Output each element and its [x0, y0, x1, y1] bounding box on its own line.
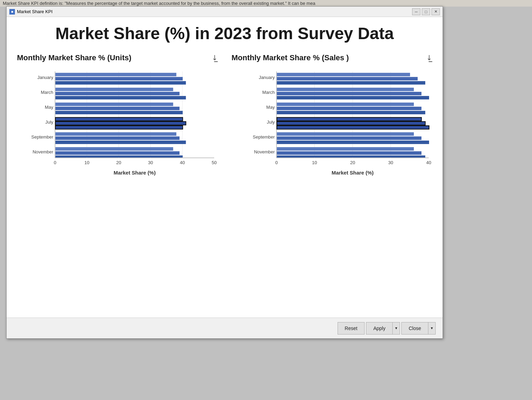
- bar: [55, 73, 176, 76]
- close-button[interactable]: Close: [401, 322, 428, 335]
- bar: [55, 151, 180, 155]
- bar-july: [277, 122, 425, 125]
- window-icon: ■: [9, 9, 15, 15]
- sales-chart-svg: 0 10 20 30 40 Market Share (%) January M…: [232, 68, 432, 179]
- bar: [55, 88, 173, 91]
- bar: [277, 155, 425, 158]
- page-title: Market Share (%) in 2023 from Survey Dat…: [17, 24, 432, 43]
- bar: [277, 111, 425, 114]
- apply-button-group: Apply ▼: [366, 322, 400, 335]
- svg-text:10: 10: [84, 160, 89, 165]
- apply-button[interactable]: Apply: [366, 322, 392, 335]
- charts-row: Monthly Market Share % (Units) ↓̲: [17, 53, 432, 314]
- svg-text:May: May: [45, 105, 53, 110]
- units-chart-container: Monthly Market Share % (Units) ↓̲: [17, 53, 218, 314]
- bar: [55, 81, 186, 85]
- svg-text:0: 0: [54, 160, 56, 165]
- units-bar-chart: 0 10 20 30 40 50 Market Share (%) Januar…: [17, 68, 218, 314]
- window-title: Market Share KPI: [17, 9, 412, 14]
- bar: [55, 77, 183, 80]
- bar: [277, 103, 414, 106]
- sales-bar-chart: 0 10 20 30 40 Market Share (%) January M…: [232, 68, 432, 314]
- bar: [55, 141, 186, 144]
- svg-text:January: January: [37, 75, 54, 80]
- bar: [55, 147, 173, 151]
- bar: [277, 136, 421, 140]
- title-bar: ■ Market Share KPI ─ □ ✕: [7, 7, 443, 17]
- bar: [277, 96, 429, 99]
- bar: [55, 96, 186, 99]
- svg-text:July: July: [267, 119, 275, 125]
- bar: [55, 107, 180, 110]
- bar: [277, 73, 410, 76]
- bar: [277, 81, 425, 85]
- svg-text:10: 10: [312, 160, 317, 165]
- bar: [55, 111, 183, 114]
- bar: [277, 141, 429, 144]
- sales-chart-header: Monthly Market Share % (Sales ) ↓̲: [232, 53, 432, 62]
- svg-text:20: 20: [116, 160, 121, 165]
- bar: [55, 155, 183, 158]
- bar: [277, 147, 414, 151]
- svg-text:50: 50: [212, 160, 217, 165]
- svg-text:March: March: [262, 90, 275, 95]
- bar: [277, 88, 414, 91]
- window-bottom-bar: Reset Apply ▼ Close ▼: [7, 318, 443, 338]
- units-chart-title: Monthly Market Share % (Units): [17, 53, 209, 62]
- bar-july: [55, 117, 183, 121]
- bar: [277, 132, 414, 136]
- svg-text:July: July: [45, 119, 54, 125]
- close-window-button[interactable]: ✕: [431, 8, 440, 15]
- svg-text:September: September: [253, 134, 275, 140]
- svg-text:November: November: [33, 149, 54, 154]
- svg-text:0: 0: [275, 160, 278, 165]
- svg-text:May: May: [266, 105, 275, 110]
- bar-july: [55, 122, 186, 125]
- svg-text:30: 30: [388, 160, 393, 165]
- background-text: Market Share KPI definition is: "Measure…: [0, 0, 532, 7]
- svg-text:30: 30: [148, 160, 153, 165]
- title-bar-controls: ─ □ ✕: [412, 8, 440, 15]
- svg-text:Market Share (%): Market Share (%): [114, 170, 156, 176]
- bar-july: [277, 117, 421, 121]
- svg-text:20: 20: [350, 160, 355, 165]
- bar: [55, 103, 173, 106]
- bar: [277, 151, 421, 155]
- units-chart-header: Monthly Market Share % (Units) ↓̲: [17, 53, 218, 62]
- bar: [55, 132, 176, 136]
- sales-download-icon[interactable]: ↓̲: [426, 54, 432, 62]
- sales-chart-container: Monthly Market Share % (Sales ) ↓̲: [232, 53, 432, 314]
- minimize-button[interactable]: ─: [412, 8, 420, 15]
- maximize-button[interactable]: □: [422, 8, 430, 15]
- svg-text:September: September: [31, 134, 53, 140]
- svg-text:March: March: [41, 90, 53, 95]
- sales-chart-title: Monthly Market Share % (Sales ): [232, 53, 424, 62]
- svg-text:40: 40: [426, 160, 431, 165]
- svg-text:January: January: [259, 75, 275, 80]
- bar: [277, 92, 421, 95]
- svg-text:November: November: [254, 149, 275, 154]
- close-button-group: Close ▼: [401, 322, 436, 335]
- reset-button[interactable]: Reset: [338, 322, 365, 335]
- window-content: Market Share (%) in 2023 from Survey Dat…: [7, 17, 443, 318]
- bar: [277, 77, 418, 80]
- bar-july: [277, 126, 429, 129]
- units-download-icon[interactable]: ↓̲: [212, 54, 218, 62]
- bar-july: [55, 126, 183, 129]
- units-chart-svg: 0 10 20 30 40 50 Market Share (%) Januar…: [17, 68, 218, 179]
- svg-text:Market Share (%): Market Share (%): [332, 170, 374, 176]
- main-window: ■ Market Share KPI ─ □ ✕ Market Share (%…: [6, 6, 443, 339]
- apply-dropdown-button[interactable]: ▼: [392, 322, 400, 335]
- bar: [55, 136, 180, 140]
- svg-text:40: 40: [180, 160, 185, 165]
- close-dropdown-button[interactable]: ▼: [428, 322, 436, 335]
- bar: [55, 92, 180, 95]
- bar: [277, 107, 421, 110]
